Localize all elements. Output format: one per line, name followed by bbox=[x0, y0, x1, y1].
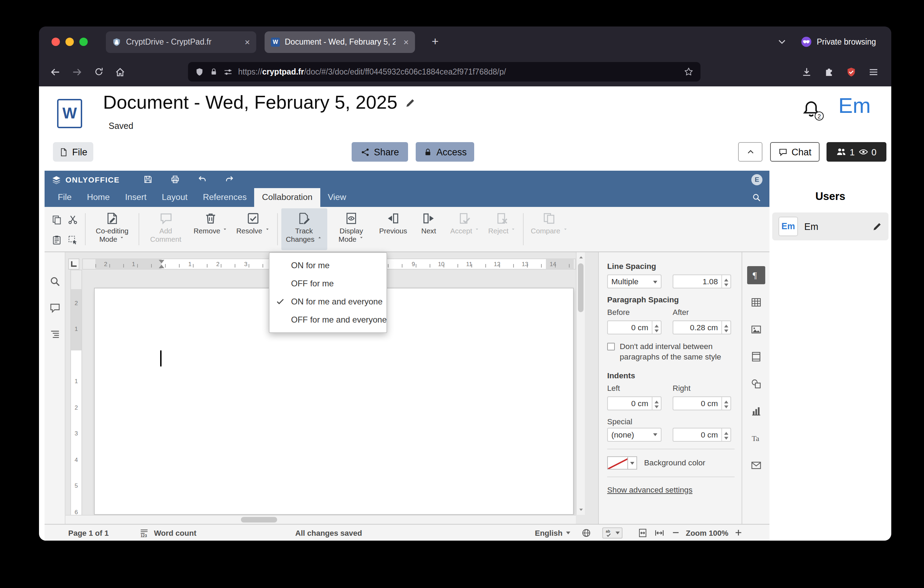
save-icon[interactable] bbox=[144, 175, 152, 184]
advanced-settings-link[interactable]: Show advanced settings bbox=[607, 485, 693, 494]
account-avatar[interactable]: Em bbox=[838, 93, 871, 119]
track-menu-item[interactable]: OFF for me bbox=[269, 274, 386, 292]
fit-page-icon[interactable] bbox=[638, 528, 648, 537]
rename-pencil-icon[interactable] bbox=[405, 97, 415, 108]
spinner-icon[interactable] bbox=[721, 321, 731, 334]
menu-tab-references[interactable]: References bbox=[195, 188, 254, 207]
tab-document-active[interactable]: Document - Wed, February 5, 2 × bbox=[265, 31, 415, 53]
indent-left-field[interactable]: 0 cm bbox=[607, 396, 662, 410]
zoom-in-icon[interactable] bbox=[734, 528, 743, 537]
list-tabs-chevron-icon[interactable] bbox=[777, 37, 787, 47]
user-list-item[interactable]: Em Em bbox=[772, 213, 888, 240]
horizontal-scroll-thumb[interactable] bbox=[241, 517, 277, 522]
header-footer-settings-icon[interactable] bbox=[747, 348, 765, 366]
image-settings-icon[interactable] bbox=[747, 320, 765, 339]
mail-merge-icon[interactable] bbox=[747, 456, 765, 474]
remove-button[interactable]: Remove bbox=[190, 208, 231, 250]
word-count-button[interactable]: 123 Word count bbox=[139, 528, 196, 537]
copy-icon[interactable] bbox=[51, 215, 62, 225]
paste-icon[interactable] bbox=[51, 235, 62, 245]
vertical-ruler[interactable]: 21123456 bbox=[70, 269, 82, 524]
horizontal-scrollbar[interactable] bbox=[66, 515, 576, 524]
connection-lock-icon[interactable] bbox=[210, 68, 218, 76]
special-select[interactable]: (none) bbox=[607, 428, 662, 441]
scroll-up-icon[interactable] bbox=[578, 254, 584, 261]
table-settings-icon[interactable] bbox=[747, 293, 765, 311]
spell-check-button[interactable]: ab bbox=[602, 527, 622, 538]
app-menu-icon[interactable] bbox=[868, 66, 879, 77]
spinner-icon[interactable] bbox=[652, 321, 661, 334]
navigation-icon[interactable] bbox=[50, 329, 61, 340]
back-button[interactable] bbox=[46, 62, 65, 81]
scroll-down-icon[interactable] bbox=[578, 507, 584, 513]
notifications-button[interactable]: 2 bbox=[802, 100, 820, 119]
interval-checkbox[interactable] bbox=[607, 343, 615, 350]
paragraph-settings-icon[interactable]: ¶ bbox=[747, 266, 765, 284]
textart-settings-icon[interactable]: Ta bbox=[747, 429, 765, 447]
spinner-icon[interactable] bbox=[721, 428, 731, 441]
line-spacing-amount-field[interactable]: 1.08 bbox=[673, 274, 731, 288]
close-window-button[interactable] bbox=[51, 38, 60, 46]
background-color-picker[interactable] bbox=[607, 456, 637, 469]
print-icon[interactable] bbox=[171, 175, 180, 184]
menu-tab-home[interactable]: Home bbox=[79, 188, 118, 207]
chat-button[interactable]: Chat bbox=[770, 142, 820, 162]
track-menu-item[interactable]: ON for me bbox=[269, 256, 386, 274]
spinner-icon[interactable] bbox=[721, 397, 731, 409]
close-tab-icon[interactable]: × bbox=[245, 36, 250, 47]
menu-tab-layout[interactable]: Layout bbox=[154, 188, 195, 207]
share-button[interactable]: Share bbox=[351, 142, 408, 162]
left-indent-marker[interactable] bbox=[159, 262, 164, 268]
language-selector[interactable]: English bbox=[535, 529, 570, 537]
menu-tab-file[interactable]: File bbox=[50, 188, 79, 207]
undo-icon[interactable] bbox=[198, 175, 207, 184]
spacing-after-field[interactable]: 0.28 cm bbox=[673, 320, 731, 334]
next-button[interactable]: Next bbox=[412, 208, 445, 250]
vertical-scroll-thumb[interactable] bbox=[578, 263, 584, 312]
spacing-before-field[interactable]: 0 cm bbox=[607, 320, 662, 334]
set-language-globe-icon[interactable] bbox=[581, 528, 591, 537]
display-mode-button[interactable]: Display Mode bbox=[328, 208, 374, 250]
chart-settings-icon[interactable] bbox=[747, 402, 765, 420]
close-tab-icon[interactable]: × bbox=[404, 36, 409, 47]
menu-tab-view[interactable]: View bbox=[320, 188, 354, 207]
edit-name-pencil-icon[interactable] bbox=[873, 221, 882, 231]
maximize-window-button[interactable] bbox=[79, 38, 88, 46]
search-icon[interactable] bbox=[752, 193, 761, 202]
fit-width-icon[interactable] bbox=[655, 528, 664, 537]
cut-icon[interactable] bbox=[68, 215, 78, 225]
redo-icon[interactable] bbox=[225, 175, 234, 184]
co-editing-mode-button[interactable]: Co-editing Mode bbox=[89, 208, 135, 250]
bookmark-star-icon[interactable] bbox=[684, 67, 693, 77]
new-tab-button[interactable]: + bbox=[426, 33, 444, 51]
spinner-icon[interactable] bbox=[652, 397, 661, 409]
collapse-toolbar-button[interactable] bbox=[738, 142, 762, 162]
tab-cryptdrive[interactable]: CryptDrive - CryptPad.fr × bbox=[106, 31, 256, 53]
tab-stop-selector[interactable] bbox=[68, 258, 79, 269]
ublock-origin-icon[interactable] bbox=[846, 66, 856, 77]
menu-tab-insert[interactable]: Insert bbox=[117, 188, 154, 207]
permissions-icon[interactable] bbox=[223, 67, 233, 76]
shape-settings-icon[interactable] bbox=[747, 375, 765, 393]
track-menu-item[interactable]: ON for me and everyone bbox=[269, 292, 386, 311]
access-button[interactable]: Access bbox=[416, 142, 474, 162]
minimize-window-button[interactable] bbox=[66, 38, 74, 46]
line-spacing-select[interactable]: Multiple bbox=[607, 274, 662, 288]
tracking-protection-shield-icon[interactable] bbox=[195, 67, 204, 76]
search-icon[interactable] bbox=[50, 276, 61, 287]
extensions-icon[interactable] bbox=[824, 66, 834, 77]
reload-button[interactable] bbox=[89, 62, 108, 81]
track-changes-button[interactable]: Track Changes bbox=[281, 208, 327, 250]
vertical-scrollbar[interactable] bbox=[576, 252, 585, 515]
menu-tab-collaboration[interactable]: Collaboration bbox=[254, 188, 320, 207]
previous-button[interactable]: Previous bbox=[376, 208, 411, 250]
downloads-icon[interactable] bbox=[802, 66, 812, 77]
page-indicator[interactable]: Page 1 of 1 bbox=[68, 529, 109, 537]
special-amount-field[interactable]: 0 cm bbox=[673, 428, 731, 441]
user-list-button[interactable]: 1 0 bbox=[827, 142, 886, 162]
forward-button[interactable] bbox=[68, 62, 86, 81]
track-menu-item[interactable]: OFF for me and everyone bbox=[269, 311, 386, 329]
select-all-icon[interactable] bbox=[68, 235, 78, 245]
zoom-out-icon[interactable] bbox=[671, 528, 680, 537]
url-bar[interactable]: https://cryptpad.fr/doc/#/3/doc/edit/ff0… bbox=[188, 62, 701, 81]
